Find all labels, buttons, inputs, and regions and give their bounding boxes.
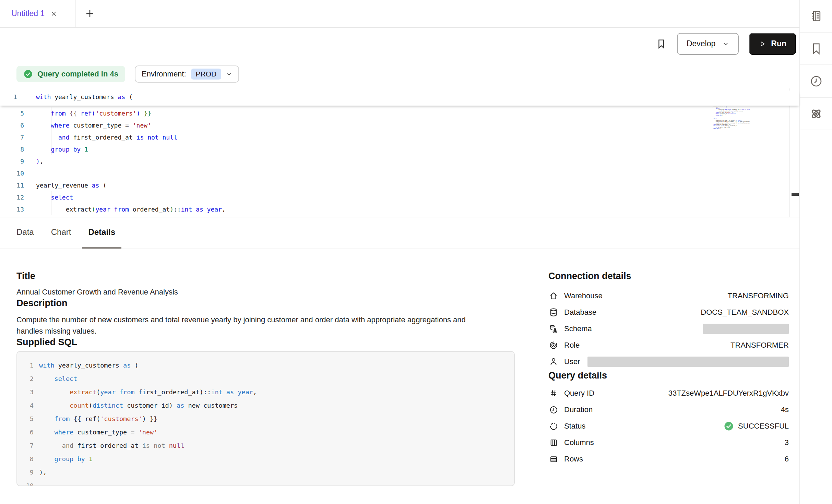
- indent-guide: [51, 191, 51, 215]
- query-row-columns: Columns 3: [548, 434, 789, 451]
- connection-row-schema: Schema: [548, 321, 789, 337]
- new-tab-button[interactable]: [85, 0, 95, 27]
- canvas-pinwheel-icon: [809, 107, 823, 121]
- details-right-column: Connection details Warehouse TRANSFORMIN…: [548, 271, 799, 486]
- environment-selector[interactable]: Environment: PROD: [135, 65, 239, 83]
- connection-rows: Warehouse TRANSFORMING Database DOCS_TEA…: [548, 288, 789, 370]
- sql-line: 2 select: [17, 372, 514, 385]
- play-icon: [759, 40, 766, 48]
- code-line[interactable]: 10: [0, 167, 799, 179]
- code-line[interactable]: 5 from {{ ref('customers') }}: [0, 107, 799, 119]
- sticky-scroll-line[interactable]: 1with yearly_customers as (: [0, 91, 799, 106]
- warehouse-value: TRANSFORMING: [728, 291, 789, 300]
- description-value: Compute the number of new customers and …: [16, 314, 479, 337]
- bookmark-button[interactable]: [656, 38, 667, 49]
- canvas-panel-button[interactable]: [800, 98, 832, 130]
- redacted-user-value: [587, 357, 789, 367]
- results-tab-bar: Data Chart Details: [0, 217, 799, 249]
- chevron-down-icon: [226, 71, 232, 77]
- redacted-schema-value: [703, 324, 789, 334]
- environment-value-badge: PROD: [191, 69, 222, 80]
- query-row-status: Status SUCCESSFUL: [548, 418, 789, 434]
- notebook-icon: [809, 9, 823, 23]
- code-line[interactable]: 13 extract(year from ordered_at)::int as…: [0, 203, 799, 215]
- code-line[interactable]: 8 group by 1: [0, 143, 799, 155]
- query-details-heading: Query details: [548, 370, 789, 381]
- sql-line: 10: [17, 479, 514, 486]
- role-value: TRANSFORMER: [730, 341, 789, 350]
- status-row: Query completed in 4s Environment: PROD: [0, 60, 799, 88]
- hash-icon: [548, 389, 559, 398]
- supplied-sql-block[interactable]: 1with yearly_customers as ( 2 select 3 e…: [16, 351, 515, 486]
- user-icon: [548, 357, 559, 367]
- tab-chart[interactable]: Chart: [45, 217, 78, 249]
- status-value: SUCCESSFUL: [738, 422, 789, 431]
- bookmark-icon: [809, 42, 823, 56]
- schema-icon: [548, 324, 559, 334]
- run-button[interactable]: Run: [749, 33, 796, 55]
- tab-title: Untitled 1: [11, 9, 45, 18]
- indent-guide: [51, 107, 51, 155]
- details-panel: Title Annual Customer Growth and Revenue…: [0, 249, 799, 486]
- editor-scrollbar[interactable]: [789, 88, 799, 217]
- code-line[interactable]: 11yearly_revenue as (: [0, 179, 799, 191]
- tab-data[interactable]: Data: [10, 217, 40, 249]
- connection-row-role: Role TRANSFORMER: [548, 337, 789, 353]
- develop-dropdown[interactable]: Develop: [677, 33, 739, 55]
- develop-label: Develop: [687, 39, 715, 48]
- tab-bar: Untitled 1: [0, 0, 799, 28]
- right-icon-rail: [799, 0, 832, 504]
- code-line[interactable]: 6 where customer_type = 'new': [0, 119, 799, 131]
- description-heading: Description: [16, 298, 531, 309]
- supplied-sql-heading: Supplied SQL: [16, 337, 531, 348]
- connection-details-heading: Connection details: [548, 271, 789, 281]
- code-line[interactable]: 12 select: [0, 191, 799, 203]
- scrollbar-thumb[interactable]: [792, 193, 799, 196]
- sql-line: 8 group by 1: [17, 452, 514, 466]
- code-line[interactable]: 7 and first_ordered_at is not null: [0, 131, 799, 143]
- history-panel-button[interactable]: [800, 65, 832, 98]
- environment-label: Environment:: [142, 70, 186, 79]
- editor-tab-untitled-1[interactable]: Untitled 1: [0, 0, 76, 27]
- query-details-rows: Query ID 33TZseWpe1ALFDUYerxR1gVKxbv Dur…: [548, 385, 789, 467]
- sql-line: 6 where customer_type = 'new': [17, 425, 514, 439]
- connection-row-warehouse: Warehouse TRANSFORMING: [548, 288, 789, 304]
- title-heading: Title: [16, 271, 531, 281]
- sql-line: 5 from {{ ref('customers') }}: [17, 412, 514, 425]
- toolbar: Develop Run: [0, 28, 799, 60]
- database-icon: [548, 308, 559, 317]
- run-label: Run: [771, 39, 786, 48]
- notebook-panel-button[interactable]: [800, 0, 832, 33]
- details-left-column: Title Annual Customer Growth and Revenue…: [0, 271, 548, 486]
- columns-icon: [548, 438, 559, 447]
- database-value: DOCS_TEAM_SANDBOX: [701, 308, 789, 317]
- app-window: Untitled 1 Develop: [0, 0, 832, 504]
- sql-editor[interactable]: 5 from {{ ref('customers') }} 6 where cu…: [0, 88, 799, 217]
- connection-row-database: Database DOCS_TEAM_SANDBOX: [548, 304, 789, 321]
- sql-line: 7 and first_ordered_at is not null: [17, 439, 514, 452]
- plus-icon: [85, 9, 95, 19]
- warehouse-icon: [548, 291, 559, 301]
- clock-icon: [548, 405, 559, 415]
- sql-line: 3 extract(year from first_ordered_at)::i…: [17, 385, 514, 399]
- history-clock-icon: [809, 74, 823, 88]
- spinner-icon: [548, 422, 559, 431]
- code-line[interactable]: 9),: [0, 155, 799, 167]
- sql-line: 9),: [17, 466, 514, 479]
- rows-icon: [548, 455, 559, 464]
- check-circle-icon: [724, 421, 734, 431]
- main-area: Untitled 1 Develop: [0, 0, 799, 504]
- check-circle-icon: [23, 69, 33, 79]
- rows-value: 6: [785, 455, 789, 464]
- title-value: Annual Customer Growth and Revenue Analy…: [16, 286, 531, 298]
- close-icon[interactable]: [50, 10, 58, 17]
- query-row-rows: Rows 6: [548, 451, 789, 467]
- tab-details[interactable]: Details: [82, 217, 121, 249]
- columns-value: 3: [785, 438, 789, 447]
- chevron-down-icon: [722, 40, 729, 47]
- bookmarks-panel-button[interactable]: [800, 33, 832, 65]
- sql-line: 1with yearly_customers as (: [17, 359, 514, 372]
- query-status-pill: Query completed in 4s: [16, 66, 125, 82]
- sql-line: 4 count(distinct customer_id) as new_cus…: [17, 399, 514, 412]
- query-id-value: 33TZseWpe1ALFDUYerxR1gVKxbv: [668, 389, 789, 398]
